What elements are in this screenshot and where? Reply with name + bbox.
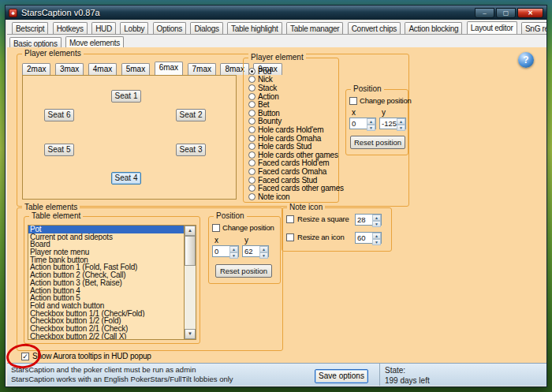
spinner-down-button[interactable]: ▼ (372, 221, 381, 227)
tab-3max[interactable]: 3max (55, 63, 84, 75)
help-icon[interactable]: ? (518, 52, 534, 68)
table-element-item[interactable]: Action button 5 (28, 294, 184, 302)
x-position-spinner[interactable]: 0 ▲▼ (349, 118, 376, 129)
minimize-button[interactable]: – (475, 8, 494, 18)
change-position-checkbox[interactable] (349, 97, 357, 105)
tab-betscript[interactable]: Betscript (12, 22, 48, 35)
table-element-item[interactable]: Pot (28, 226, 184, 233)
spinner-down-button[interactable]: ▼ (367, 125, 375, 131)
scrollbar-track[interactable] (185, 236, 196, 329)
table-element-item[interactable]: Board (28, 241, 184, 248)
seat-6-button[interactable]: Seat 6 (44, 109, 74, 121)
tab-hotkeys[interactable]: Hotkeys (53, 22, 88, 35)
tab-2max[interactable]: 2max (22, 63, 50, 75)
seat-3-button[interactable]: Seat 3 (176, 144, 206, 156)
scrollbar-up-button[interactable]: ▲ (185, 226, 196, 236)
player-element-option[interactable]: Bounty (244, 118, 338, 126)
player-element-option[interactable]: Faced cards Stud (244, 176, 338, 185)
table-element-item[interactable]: Checkbox button 2/2 (Call X) (28, 333, 184, 339)
tab-lobby[interactable]: Lobby (120, 22, 148, 35)
tab-table-manager[interactable]: Table manager (286, 22, 343, 35)
player-element-option[interactable]: Faced cards Hold'em (244, 159, 338, 168)
save-options-button[interactable]: Save options (315, 369, 368, 383)
x-position-value[interactable]: 0 (350, 118, 367, 129)
table-element-item[interactable]: Action button 2 (Check, Call) (28, 271, 184, 279)
resize-icon-checkbox[interactable] (286, 233, 294, 241)
player-element-option[interactable]: Hole cards other games (244, 151, 338, 159)
reset-position-button[interactable]: Reset position (215, 264, 272, 278)
tab-6max[interactable]: 6max (155, 62, 183, 75)
resize-square-checkbox[interactable] (286, 215, 294, 223)
tab-options[interactable]: Options (153, 22, 186, 35)
x-position-spinner[interactable]: 0 ▲▼ (212, 245, 239, 257)
player-element-option[interactable]: Hole cards Hold'em (244, 125, 338, 134)
y-position-value[interactable]: 62 (243, 246, 259, 256)
resize-icon-value[interactable]: 60 (356, 233, 372, 243)
resize-square-value[interactable]: 28 (356, 215, 372, 225)
table-element-item[interactable]: Checkbox button 1/2 (Fold) (28, 317, 184, 325)
tab-5max[interactable]: 5max (121, 63, 150, 75)
tab-4max[interactable]: 4max (88, 63, 117, 75)
player-element-option[interactable]: Faced cards other games (244, 184, 338, 192)
spinner-down-button[interactable]: ▼ (397, 125, 405, 131)
player-element-option[interactable]: Faced cards Omaha (244, 167, 338, 176)
change-position-row[interactable]: Change position (349, 96, 412, 105)
tab-layout-editor[interactable]: Layout editor (467, 21, 517, 35)
table-element-item[interactable]: Checkbox button 2/1 (Check) (28, 325, 184, 333)
player-element-option[interactable]: Hole cards Omaha (244, 134, 338, 143)
player-element-option[interactable]: Pod (244, 67, 338, 76)
scrollbar-thumb[interactable] (185, 236, 196, 266)
change-position-checkbox[interactable] (212, 224, 220, 232)
player-element-option[interactable]: Hole cards Stud (244, 142, 338, 151)
tab-action-blocking[interactable]: Action blocking (405, 22, 462, 35)
scrollbar-down-button[interactable]: ▼ (185, 329, 196, 339)
tab-sng-registrator[interactable]: SnG registrator (521, 22, 546, 35)
table-element-item[interactable]: Action button 1 (Fold, Fast Fold) (28, 263, 184, 271)
resize-icon-row[interactable]: Resize an icon (286, 233, 345, 241)
list-scrollbar[interactable]: ▲ ▼ (184, 226, 196, 339)
titlebar[interactable]: ♠ StarsCaption v0.87a – ▢ ✕ (6, 6, 546, 20)
y-position-value[interactable]: -125 (380, 118, 397, 129)
y-position-spinner[interactable]: 62 ▲▼ (242, 245, 269, 257)
player-element-option[interactable]: Nick (244, 76, 338, 84)
resize-square-spinner[interactable]: 28 ▲▼ (355, 214, 382, 226)
spinner-up-button[interactable]: ▲ (397, 118, 405, 125)
player-element-option[interactable]: Action (244, 92, 338, 101)
seat-1-button[interactable]: Seat 1 (111, 90, 141, 103)
table-element-item[interactable]: Fold and watch button (28, 302, 184, 310)
spinner-up-button[interactable]: ▲ (259, 246, 268, 252)
spinner-down-button[interactable]: ▼ (372, 239, 381, 245)
tab-7max[interactable]: 7max (188, 63, 216, 75)
table-element-item[interactable]: Current pot and sidepots (28, 233, 184, 241)
spinner-down-button[interactable]: ▼ (229, 252, 238, 259)
close-button[interactable]: ✕ (517, 8, 543, 18)
x-position-value[interactable]: 0 (213, 246, 229, 256)
resize-icon-spinner[interactable]: 60 ▲▼ (355, 232, 382, 244)
resize-square-row[interactable]: Resize a square (286, 215, 349, 223)
tab-convert-chips[interactable]: Convert chips (348, 22, 401, 35)
seat-2-button[interactable]: Seat 2 (176, 109, 206, 121)
table-element-item[interactable]: Player note menu (28, 248, 184, 256)
tab-dialogs[interactable]: Dialogs (190, 22, 222, 35)
player-element-option[interactable]: Bet (244, 100, 338, 109)
table-element-item[interactable]: Time bank button (28, 256, 184, 264)
spinner-up-button[interactable]: ▲ (372, 233, 381, 239)
spinner-up-button[interactable]: ▲ (229, 246, 238, 252)
change-position-row[interactable]: Change position (212, 223, 274, 232)
spinner-up-button[interactable]: ▲ (372, 215, 381, 221)
tab-table-highlight[interactable]: Table highlight (227, 22, 282, 35)
tab-hud[interactable]: HUD (91, 22, 116, 35)
player-element-option[interactable]: Stack (244, 84, 338, 92)
seat-5-button[interactable]: Seat 5 (44, 144, 74, 156)
spinner-down-button[interactable]: ▼ (259, 252, 268, 259)
table-element-item[interactable]: Checkbox button 1/1 (Check/Fold) (28, 310, 184, 318)
player-element-option[interactable]: Note icon (244, 192, 338, 201)
table-element-item[interactable]: Action button 3 (Bet, Raise) (28, 279, 184, 287)
maximize-button[interactable]: ▢ (496, 8, 516, 18)
y-position-spinner[interactable]: -125 ▲▼ (379, 118, 406, 129)
table-element-item[interactable]: Action button 4 (28, 287, 184, 295)
reset-position-button[interactable]: Reset position (350, 136, 405, 149)
spinner-up-button[interactable]: ▲ (367, 118, 375, 125)
seat-4-button[interactable]: Seat 4 (111, 172, 141, 185)
player-element-option[interactable]: Button (244, 109, 338, 118)
